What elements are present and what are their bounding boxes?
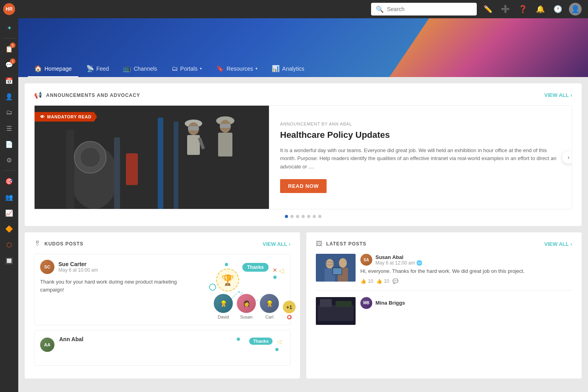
carousel-dot-1[interactable]: [285, 215, 288, 218]
latest-post-2: MB Mina Briggs: [316, 297, 572, 331]
circle-1: [209, 284, 216, 291]
plus-icon[interactable]: ➕: [499, 3, 512, 15]
svg-rect-33: [318, 305, 354, 321]
latest-post-2-image: [316, 297, 356, 325]
kudos-post-1-author: SC Sue Carter May 6 at 10:00 am: [40, 260, 200, 274]
thanks-bubble: Thanks: [242, 263, 269, 272]
latest-posts-icon: 🖼: [316, 240, 322, 247]
sidebar-item-chat[interactable]: 💬 1: [2, 58, 16, 72]
sue-carter-time: May 6 at 10:00 am: [58, 267, 98, 273]
like-count: 👍 10: [360, 278, 373, 284]
circle-icon-small: ⭕: [287, 315, 292, 319]
page-wrapper: 📢 ANNOUNCEMENTS AND ADVOCACY VIEW ALL › …: [18, 77, 588, 392]
ann-abal-name: Ann Abal: [59, 336, 216, 342]
sidebar-item-document[interactable]: 📄: [2, 137, 16, 151]
announcement-text: It is a wonderful day with our teams. Ev…: [280, 147, 561, 171]
svg-point-28: [339, 258, 347, 268]
kudos-view-all[interactable]: VIEW ALL ›: [263, 241, 290, 247]
carousel-dot-6[interactable]: [313, 215, 316, 218]
sidebar-item-settings[interactable]: ⚙: [2, 153, 16, 167]
kudos-post-2: AA Ann Abal Thanks ◁: [34, 330, 290, 366]
carousel-dot-3[interactable]: [296, 215, 299, 218]
mandatory-badge: 👁 MANDATORY READ: [35, 112, 97, 122]
x-close-icon: ✕: [273, 267, 277, 273]
eye-icon: 👁: [40, 114, 45, 119]
svg-rect-31: [333, 268, 342, 274]
sidebar-item-users[interactable]: 👥: [2, 190, 16, 204]
sue-carter-name: Sue Carter: [58, 261, 98, 267]
sidebar-item-grid[interactable]: 🔲: [2, 253, 16, 268]
user-avatar-top[interactable]: 👤: [569, 3, 582, 15]
carousel-next-arrow[interactable]: ›: [562, 151, 572, 164]
tab-resources[interactable]: 🔖 Resources ▾: [210, 61, 264, 77]
plus-avatar: +1: [282, 300, 296, 314]
help-icon[interactable]: ❓: [516, 3, 529, 15]
sidebar-item-sparkle[interactable]: ✦: [2, 21, 16, 35]
sidebar-item-folders[interactable]: 🗂: [2, 105, 16, 120]
sidebar-item-hex[interactable]: ⬡: [2, 238, 16, 252]
latest-posts-view-all[interactable]: VIEW ALL ›: [544, 241, 572, 247]
search-icon: 🔍: [376, 6, 384, 13]
carousel-dot-5[interactable]: [307, 215, 310, 218]
dot-2: [273, 276, 277, 279]
topbar: 🔍 ✏️ ➕ ❓ 🔔 🕐 👤: [18, 0, 588, 18]
arrow-left-icon: ◁: [279, 267, 284, 274]
tab-homepage[interactable]: 🏠 Homepage: [28, 61, 78, 77]
clock-icon[interactable]: 🕐: [551, 3, 564, 15]
sidebar-item-profile[interactable]: 👤: [2, 89, 16, 104]
pencil-icon[interactable]: ✏️: [482, 3, 494, 15]
sidebar-item-chart[interactable]: 📈: [2, 206, 16, 220]
bell-icon[interactable]: 🔔: [534, 3, 547, 15]
latest-post-1-image: [316, 254, 356, 282]
carousel-dot-4[interactable]: [302, 215, 305, 218]
home-icon: 🏠: [34, 65, 42, 72]
susan-abal-name: Susan Abal: [375, 254, 422, 260]
sidebar-item-menu[interactable]: ☰: [2, 121, 16, 135]
latest-post-1-author: SA Susan Abal May 6 at 12:00 am 🌐: [360, 254, 572, 266]
carousel-dot-2[interactable]: [290, 215, 294, 218]
app-logo[interactable]: HR: [3, 3, 15, 15]
latest-post-2-author: MB Mina Briggs: [360, 297, 572, 309]
sidebar-item-target[interactable]: 🎯: [2, 174, 16, 188]
tab-portals[interactable]: 🗂 Portals ▾: [165, 61, 209, 77]
announcements-title: ANNOUNCEMENTS AND ADVOCACY: [46, 93, 140, 98]
kudos-post-1-text: Thank you for your hard work during new …: [40, 278, 200, 294]
tab-feed[interactable]: 📡 Feed: [80, 61, 116, 77]
susan-abal-avatar: SA: [360, 254, 372, 266]
sidebar-item-tasks[interactable]: 📋 5: [2, 42, 16, 56]
kudos-post-1: SC Sue Carter May 6 at 10:00 am Thank yo…: [34, 254, 290, 325]
analytics-icon: 📊: [272, 65, 280, 72]
sue-carter-avatar: SC: [40, 260, 54, 274]
svg-rect-35: [336, 301, 352, 307]
thanks-bubble-2: Thanks: [249, 338, 273, 345]
main-content: 🔍 ✏️ ➕ ❓ 🔔 🕐 👤 🏠 Homepage 📡 Feed 📺 Chann…: [18, 0, 588, 392]
announcements-title-group: 📢 ANNOUNCEMENTS AND ADVOCACY: [34, 91, 140, 99]
resources-dropdown-icon: ▾: [255, 66, 257, 71]
ann-abal-avatar: AA: [40, 338, 54, 352]
nav-tabs: 🏠 Homepage 📡 Feed 📺 Channels 🗂 Portals ▾…: [28, 61, 311, 77]
tab-analytics[interactable]: 📊 Analytics: [265, 61, 311, 77]
sidebar-item-diamond[interactable]: 🔶: [2, 222, 16, 236]
kudos-title-group: 🎖 KUDOS POSTS: [34, 240, 83, 247]
post-image-svg-1: [316, 254, 356, 282]
carousel-dot-7[interactable]: [318, 215, 321, 218]
carl-name: Carl: [265, 315, 273, 319]
portals-dropdown-icon: ▾: [200, 66, 202, 71]
trophy-icon: 🏆: [216, 268, 239, 292]
kudos-chevron-icon: ›: [289, 241, 290, 247]
search-bar[interactable]: 🔍: [371, 3, 477, 15]
announcements-section: 📢 ANNOUNCEMENTS AND ADVOCACY VIEW ALL › …: [25, 83, 582, 226]
mina-briggs-avatar: MB: [360, 297, 372, 309]
read-now-button[interactable]: READ NOW: [280, 179, 327, 193]
channels-icon: 📺: [123, 65, 131, 72]
announcements-view-all[interactable]: VIEW ALL ›: [544, 92, 572, 98]
hero-banner: 🏠 Homepage 📡 Feed 📺 Channels 🗂 Portals ▾…: [18, 18, 588, 77]
like-icon: 👍: [360, 278, 366, 284]
kudos-icon: 🎖: [34, 240, 41, 247]
post-1-stats: 👍 10 👍 10 💬: [360, 278, 572, 284]
search-input[interactable]: [387, 6, 472, 12]
carl-avatar: 👷: [259, 293, 280, 314]
sidebar-item-calendar[interactable]: 📅: [2, 73, 16, 88]
tab-channels[interactable]: 📺 Channels: [117, 61, 163, 77]
announcement-title: Healthcare Policy Updates: [280, 129, 561, 141]
